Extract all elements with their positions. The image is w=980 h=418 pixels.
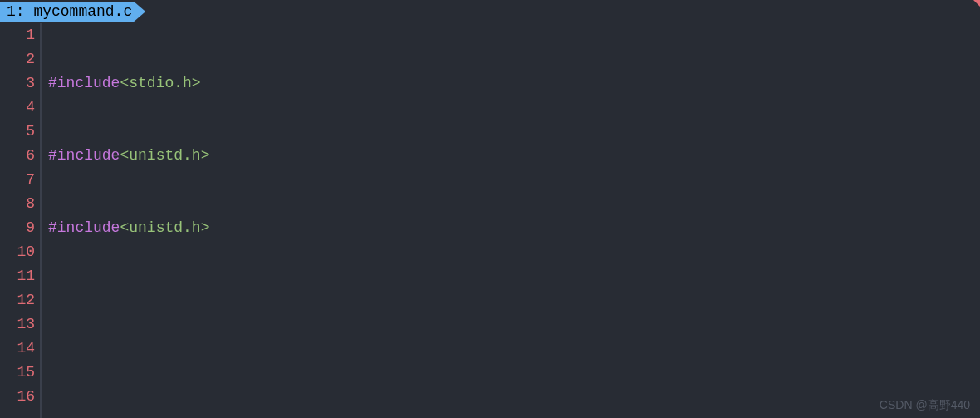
line-number: 15	[0, 361, 35, 385]
code-line[interactable]: #include<stdio.h>	[48, 71, 980, 96]
header-include: <stdio.h>	[120, 75, 200, 91]
watermark-text: CSDN @高野440	[880, 398, 970, 413]
line-number: 2	[0, 47, 35, 71]
line-number-gutter: 1 2 3 4 5 6 7 8 9 10 11 12 13 14 15 16	[0, 23, 40, 418]
code-line[interactable]: #include<unistd.h>	[48, 144, 980, 168]
line-number: 6	[0, 144, 35, 168]
line-number: 1	[0, 23, 35, 47]
preproc-keyword: #include	[48, 75, 120, 91]
line-number: 10	[0, 240, 35, 264]
line-number: 3	[0, 71, 35, 96]
line-number: 14	[0, 337, 35, 361]
line-number: 11	[0, 264, 35, 288]
header-include: <unistd.h>	[120, 219, 209, 236]
preproc-keyword: #include	[48, 147, 120, 164]
code-line[interactable]	[48, 361, 980, 385]
code-line[interactable]: #include<unistd.h>	[48, 216, 980, 240]
line-number: 9	[0, 216, 35, 240]
header-include: <unistd.h>	[120, 147, 209, 164]
tab-bar: 1: mycommand.c	[0, 0, 980, 23]
line-number: 5	[0, 120, 35, 144]
file-tab[interactable]: 1: mycommand.c	[0, 2, 145, 22]
line-number: 4	[0, 96, 35, 120]
line-number: 7	[0, 168, 35, 192]
line-number: 13	[0, 312, 35, 337]
corner-marker-icon	[973, 0, 980, 7]
editor: 1 2 3 4 5 6 7 8 9 10 11 12 13 14 15 16 #…	[0, 23, 980, 418]
code-area[interactable]: #include<stdio.h> #include<unistd.h> #in…	[40, 23, 980, 418]
line-number: 16	[0, 385, 35, 409]
line-number: 8	[0, 192, 35, 216]
line-number: 12	[0, 288, 35, 312]
code-line[interactable]	[48, 288, 980, 312]
preproc-keyword: #include	[48, 219, 120, 236]
